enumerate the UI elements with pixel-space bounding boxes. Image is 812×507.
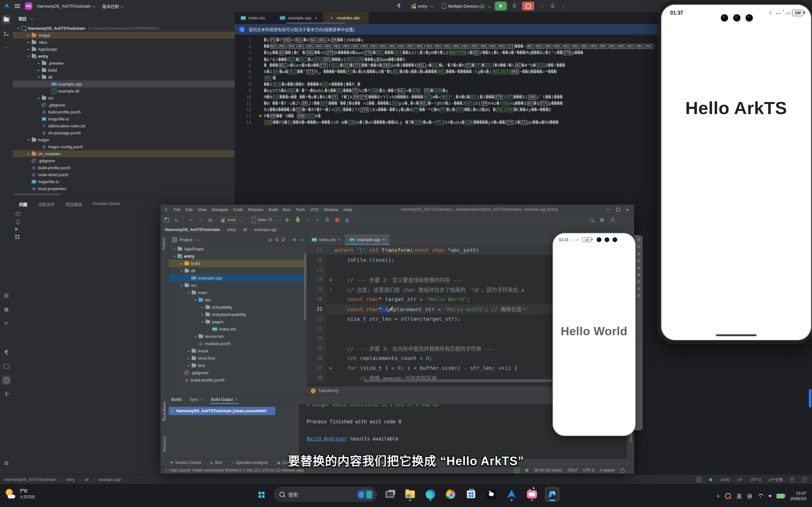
bilibili-icon[interactable] bbox=[525, 487, 539, 502]
more-actions-icon[interactable]: ⋮ bbox=[560, 3, 566, 9]
build-analyzer-link[interactable]: Build Analyzer bbox=[307, 436, 347, 442]
editor-tab[interactable]: C++ example.cpp× bbox=[274, 12, 323, 24]
tree-chevron-icon[interactable]: ▸ bbox=[36, 68, 41, 72]
tree-row[interactable]: ▾ dll bbox=[13, 73, 235, 80]
close-tab-icon[interactable]: × bbox=[383, 237, 385, 242]
inspection-bulb-icon[interactable] bbox=[16, 220, 20, 223]
ime-pinyin-indicator[interactable]: 拼 bbox=[747, 492, 752, 500]
tree-row[interactable]: ▸ ohosTest bbox=[168, 354, 307, 362]
settings-gear-icon[interactable]: ⚙ bbox=[599, 217, 605, 223]
tree-chevron-icon[interactable]: ▸ bbox=[172, 247, 177, 250]
deveco-icon[interactable] bbox=[504, 487, 519, 502]
tree-chevron-icon[interactable]: ▸ bbox=[26, 47, 31, 51]
forward-icon[interactable]: → bbox=[198, 217, 203, 223]
emulator-tool-icon[interactable] bbox=[637, 287, 640, 290]
tree-chevron-icon[interactable]: ▾ bbox=[179, 284, 184, 287]
tree-row[interactable]: C++ example.cpp bbox=[168, 274, 307, 282]
build-tab[interactable]: Build Output× bbox=[211, 395, 238, 404]
tree-row[interactable]: ▸ entryability bbox=[168, 303, 307, 311]
bookmarks-stripe-tab[interactable]: Bookmarks bbox=[162, 401, 166, 421]
tree-row[interactable]: ▸ .preview bbox=[13, 60, 235, 66]
line-ending[interactable]: LF bbox=[738, 477, 743, 482]
lock-icon[interactable] bbox=[621, 469, 624, 473]
more-tools-icon[interactable]: ⋯ bbox=[2, 43, 11, 52]
tree-chevron-icon[interactable]: ▾ bbox=[193, 298, 198, 302]
tree-chevron-icon[interactable]: ▸ bbox=[200, 313, 205, 316]
problems-tab[interactable]: 项目错误 bbox=[65, 201, 82, 207]
tree-chevron-icon[interactable]: ▾ bbox=[16, 26, 21, 31]
menu-item[interactable]: Refactor bbox=[246, 207, 266, 213]
tree-chevron-icon[interactable]: ▸ bbox=[200, 305, 205, 309]
tree-row[interactable]: ▾ src bbox=[168, 282, 307, 289]
tree-chevron-icon[interactable]: ▸ bbox=[186, 364, 191, 367]
tree-row[interactable]: ▾ hvigor bbox=[13, 136, 235, 143]
tree-row[interactable]: ≡ obfuscation-rules.txt bbox=[13, 122, 235, 129]
editor-tab[interactable]: ETS Index.ets bbox=[235, 12, 274, 24]
emulator-tool-icon[interactable] bbox=[637, 280, 640, 283]
collapse-all-icon[interactable]: ⇵ bbox=[282, 237, 285, 242]
editor-layout-icon[interactable]: ▦ bbox=[2, 305, 11, 314]
tree-row[interactable]: ▾ dll bbox=[168, 267, 307, 274]
stop-button[interactable] bbox=[522, 2, 534, 10]
status-breadcrumb[interactable]: HarmonyOS_ArkTSToolchain bbox=[4, 477, 65, 482]
tree-chevron-icon[interactable]: ▾ bbox=[26, 54, 31, 58]
tree-row[interactable]: {} build-profile.json5 bbox=[168, 377, 307, 384]
explorer-icon[interactable] bbox=[403, 487, 417, 502]
tree-row[interactable]: ETS Index.ets bbox=[168, 326, 307, 333]
rerun-icon[interactable]: ↻ bbox=[315, 217, 320, 223]
menu-item[interactable]: Tools bbox=[293, 207, 307, 213]
tree-row[interactable]: {} module.json5 bbox=[168, 340, 307, 347]
tree-chevron-icon[interactable]: ▸ bbox=[186, 356, 191, 360]
emulator-tool-icon[interactable] bbox=[637, 252, 640, 255]
tree-row[interactable]: {} oh-package.json5 bbox=[13, 129, 235, 136]
tree-row[interactable]: .gitignore bbox=[13, 101, 235, 108]
edge-icon[interactable] bbox=[423, 487, 438, 502]
tree-chevron-icon[interactable]: ▾ bbox=[36, 75, 41, 79]
breadcrumb[interactable]: dll bbox=[243, 228, 254, 232]
restart-icon[interactable]: ↻ bbox=[539, 3, 545, 9]
tree-row[interactable]: ▸ src bbox=[13, 95, 235, 101]
horizontal-scrollbar[interactable] bbox=[364, 379, 567, 382]
build-tab[interactable]: Sync× bbox=[189, 395, 203, 404]
tree-chevron-icon[interactable]: ▸ bbox=[26, 152, 31, 156]
coverage-icon[interactable]: ↺ bbox=[305, 217, 310, 223]
debug-icon[interactable] bbox=[295, 217, 301, 223]
grid-icon[interactable] bbox=[15, 235, 17, 236]
tree-row[interactable]: ▾ pages bbox=[168, 318, 307, 326]
horizontal-scrollbar[interactable] bbox=[13, 193, 60, 195]
locate-icon[interactable]: ◎ bbox=[207, 217, 213, 223]
structure-stripe-tab[interactable]: Structure bbox=[162, 436, 166, 452]
screen-record-tray-icon[interactable] bbox=[725, 493, 731, 499]
tree-row[interactable]: {} build-profile.json5 bbox=[13, 164, 235, 171]
user-profile-icon[interactable] bbox=[611, 219, 614, 222]
tree-row[interactable]: ▾ entry bbox=[13, 53, 235, 60]
plugin-icon[interactable]: P bbox=[2, 319, 11, 328]
device-selector[interactable]: Mate 70 bbox=[249, 216, 281, 224]
tree-chevron-icon[interactable]: ▾ bbox=[172, 255, 177, 258]
hide-panel-icon[interactable]: — bbox=[299, 237, 304, 242]
menu-item[interactable]: Edit bbox=[183, 207, 195, 213]
tree-chevron-icon[interactable]: ▸ bbox=[193, 335, 198, 338]
gutter-icon[interactable]: ⌂ bbox=[326, 287, 335, 292]
vertical-scrollbar[interactable] bbox=[304, 253, 306, 320]
tree-row[interactable]: ▸ .hvigor bbox=[13, 32, 235, 39]
tree-row[interactable]: ▸ oh_modules bbox=[13, 150, 235, 157]
problems-tab[interactable]: Preview Check bbox=[93, 201, 120, 207]
ime-language-indicator[interactable]: 英 bbox=[737, 492, 742, 500]
breadcrumb[interactable]: example.cpp bbox=[254, 228, 282, 232]
run-config-selector[interactable]: entry bbox=[411, 3, 433, 9]
menu-item[interactable]: VCS bbox=[308, 207, 321, 213]
stop-icon[interactable] bbox=[334, 217, 340, 223]
github-icon[interactable] bbox=[484, 487, 499, 502]
tree-chevron-icon[interactable]: ▸ bbox=[26, 40, 31, 44]
tree-chevron-icon[interactable]: ▾ bbox=[186, 291, 191, 294]
tree-row[interactable]: ▸ .idea bbox=[13, 39, 235, 46]
back-icon[interactable]: ← bbox=[188, 217, 194, 223]
run-icon[interactable] bbox=[285, 217, 291, 223]
mirrored-phone-screen[interactable]: 01:37 ☾ ‹··› 100 Hello ArkTS bbox=[657, 1, 812, 344]
gutter-icon[interactable]: ⊖ bbox=[326, 366, 335, 371]
menu-item[interactable]: Run bbox=[281, 207, 293, 213]
tree-row[interactable]: ▾ HarmonyOS_ArkTSToolchain C:\Users\lI\D… bbox=[13, 25, 235, 32]
tray-expand-icon[interactable]: ∧ bbox=[716, 493, 720, 498]
build-icon[interactable] bbox=[2, 348, 11, 357]
